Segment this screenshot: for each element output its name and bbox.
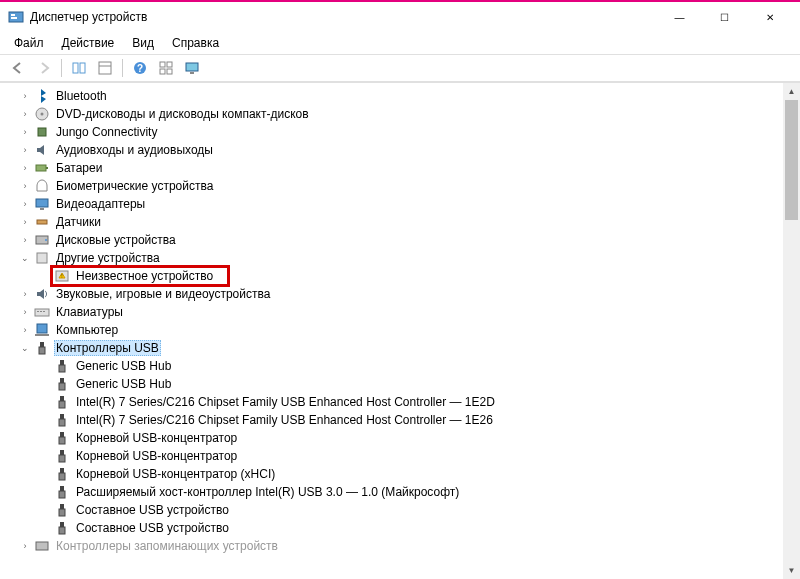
minimize-button[interactable]: — [657,3,702,31]
tree-category[interactable]: ›Аудиовходы и аудиовыходы [18,141,800,159]
svg-rect-22 [37,220,47,224]
toolbar-separator [61,59,62,77]
tree-item-label: Батареи [54,161,104,175]
tree-child-item[interactable]: Составное USB устройство [18,501,800,519]
window-title: Диспетчер устройств [30,10,657,24]
tree-category[interactable]: ›Компьютер [18,321,800,339]
close-button[interactable]: ✕ [747,3,792,31]
chevron-right-icon[interactable]: › [18,233,32,247]
chevron-right-icon[interactable]: › [18,197,32,211]
svg-rect-28 [35,309,49,316]
chevron-right-icon[interactable]: › [18,143,32,157]
svg-text:!: ! [61,273,62,279]
menu-view[interactable]: Вид [124,34,162,52]
chevron-right-icon[interactable]: › [18,125,32,139]
tree-child-item[interactable]: Составное USB устройство [18,519,800,537]
chevron-right-icon[interactable]: › [18,287,32,301]
usb-icon [54,466,70,482]
app-icon [8,9,24,25]
help-button[interactable]: ? [128,57,152,79]
tree-category[interactable]: ›Контроллеры запоминающих устройств [18,537,800,555]
chevron-right-icon[interactable]: › [18,179,32,193]
chevron-right-icon[interactable]: › [18,89,32,103]
svg-rect-46 [60,450,64,455]
svg-rect-43 [59,419,65,426]
tree-child-item[interactable]: Расширяемый хост-контроллер Intel(R) USB… [18,483,800,501]
usb-icon [54,430,70,446]
sensor-icon [34,214,50,230]
menu-action[interactable]: Действие [54,34,123,52]
tree-category[interactable]: ›Батареи [18,159,800,177]
chevron-right-icon[interactable]: › [18,161,32,175]
tree-category[interactable]: ›Биометрические устройства [18,177,800,195]
scroll-track[interactable] [783,100,800,562]
chevron-right-icon[interactable]: › [18,305,32,319]
tree-category[interactable]: ›Клавиатуры [18,303,800,321]
tree-child-item[interactable]: Корневой USB-концентратор [18,447,800,465]
menu-help[interactable]: Справка [164,34,227,52]
svg-rect-49 [59,473,65,480]
grid-button[interactable] [154,57,178,79]
svg-rect-55 [59,527,65,534]
tree-category[interactable]: ›Датчики [18,213,800,231]
chevron-right-icon[interactable]: › [18,215,32,229]
tree-item-label: DVD-дисководы и дисководы компакт-дисков [54,107,311,121]
svg-rect-37 [59,365,65,372]
display-icon [34,196,50,212]
back-button[interactable] [6,57,30,79]
tree-category[interactable]: ›Bluetooth [18,87,800,105]
window-controls: — ☐ ✕ [657,3,792,31]
battery-icon [34,160,50,176]
svg-rect-54 [60,522,64,527]
bluetooth-icon [34,88,50,104]
showhide-button[interactable] [67,57,91,79]
scrollbar[interactable]: ▲ ▼ [783,83,800,579]
monitor-button[interactable] [180,57,204,79]
props-button[interactable] [93,57,117,79]
tree-category[interactable]: ›Дисковые устройства [18,231,800,249]
scroll-down-button[interactable]: ▼ [783,562,800,579]
svg-rect-21 [40,208,44,210]
tree-category[interactable]: ›Видеоадаптеры [18,195,800,213]
maximize-button[interactable]: ☐ [702,3,747,31]
tree-child-item[interactable]: !Неизвестное устройство [18,267,800,285]
forward-button[interactable] [32,57,56,79]
tree-child-item[interactable]: Корневой USB-концентратор [18,429,800,447]
tree-child-item[interactable]: Intel(R) 7 Series/C216 Chipset Family US… [18,411,800,429]
chevron-right-icon[interactable]: › [18,323,32,337]
menu-file[interactable]: Файл [6,34,52,52]
tree-category[interactable]: ›DVD-дисководы и дисководы компакт-диско… [18,105,800,123]
tree-item-label: Дисковые устройства [54,233,178,247]
svg-rect-36 [60,360,64,365]
chevron-right-icon[interactable]: › [18,107,32,121]
tree-item-label: Generic USB Hub [74,359,173,373]
tree-item-label: Биометрические устройства [54,179,215,193]
tree-item-label: Контроллеры запоминающих устройств [54,539,280,553]
usb-icon [54,358,70,374]
tree-child-item[interactable]: Корневой USB-концентратор (xHCI) [18,465,800,483]
scroll-up-button[interactable]: ▲ [783,83,800,100]
svg-rect-48 [60,468,64,473]
chevron-down-icon[interactable]: ⌄ [18,251,32,265]
tree-child-item[interactable]: Intel(R) 7 Series/C216 Chipset Family US… [18,393,800,411]
scroll-thumb[interactable] [785,100,798,220]
tree-category[interactable]: ⌄Другие устройства [18,249,800,267]
device-tree[interactable]: ›Bluetooth›DVD-дисководы и дисководы ком… [0,83,800,579]
svg-rect-3 [73,63,78,73]
svg-rect-52 [60,504,64,509]
chevron-right-icon[interactable]: › [18,539,32,553]
tree-child-item[interactable]: Generic USB Hub [18,357,800,375]
tree-category[interactable]: ⌄Контроллеры USB [18,339,800,357]
chevron-down-icon[interactable]: ⌄ [18,341,32,355]
toolbar: ? [0,54,800,82]
warn-icon: ! [54,268,70,284]
tree-category[interactable]: ›Jungo Connectivity [18,123,800,141]
svg-rect-47 [59,455,65,462]
svg-rect-29 [37,311,39,312]
tree-item-label: Jungo Connectivity [54,125,159,139]
menubar: Файл Действие Вид Справка [0,32,800,54]
usb-icon [54,502,70,518]
svg-rect-51 [59,491,65,498]
tree-category[interactable]: ›Звуковые, игровые и видеоустройства [18,285,800,303]
tree-child-item[interactable]: Generic USB Hub [18,375,800,393]
